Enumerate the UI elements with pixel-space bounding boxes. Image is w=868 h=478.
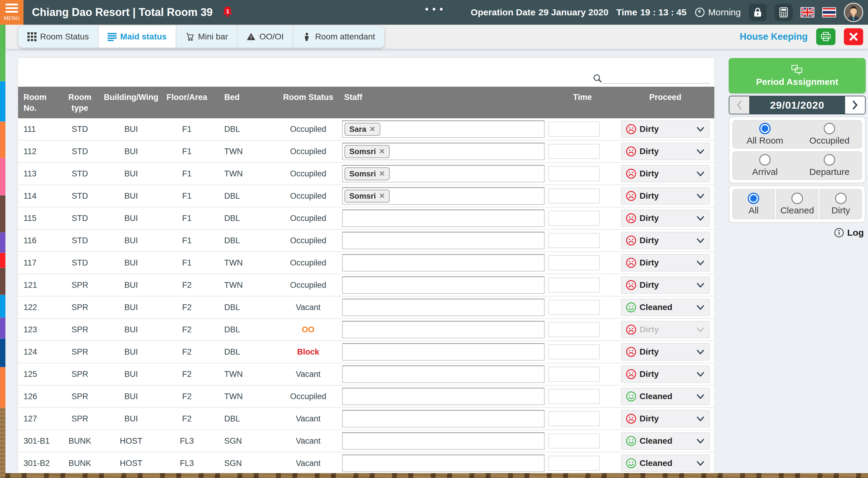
proceed-dropdown[interactable]: Dirty (621, 232, 710, 249)
next-day-button[interactable] (845, 96, 865, 114)
time-input[interactable] (549, 389, 600, 404)
staff-chip[interactable]: Sara✕ (344, 123, 380, 136)
tab-room-status[interactable]: Room Status (19, 26, 98, 47)
radio-unselected[interactable] (835, 193, 846, 204)
proceed-dropdown[interactable]: Dirty (621, 410, 710, 428)
filter-all[interactable]: All (733, 189, 775, 219)
radio-unselected[interactable] (759, 154, 771, 166)
filter-dirty[interactable]: Dirty (820, 189, 862, 219)
staff-input[interactable] (342, 299, 545, 316)
time-input[interactable] (549, 456, 600, 471)
staff-input[interactable] (342, 432, 545, 450)
calculator-button[interactable] (775, 4, 793, 21)
proceed-dropdown[interactable]: Dirty (621, 165, 710, 182)
proceed-dropdown[interactable]: Dirty (621, 343, 710, 361)
close-button[interactable] (844, 28, 863, 45)
staff-input[interactable] (342, 209, 545, 227)
staff-chip[interactable]: Somsri✕ (344, 190, 390, 203)
proceed-dropdown[interactable]: Cleaned (621, 432, 710, 450)
lock-button[interactable] (749, 4, 767, 21)
staff-input[interactable]: Somsri✕ (342, 143, 545, 160)
list-icon (107, 32, 117, 41)
staff-input[interactable] (342, 276, 545, 294)
proceed-dropdown[interactable]: Dirty (621, 366, 710, 383)
radio-selected[interactable] (759, 123, 771, 134)
time-input[interactable] (549, 367, 600, 382)
time-input[interactable] (549, 322, 600, 337)
time-input[interactable] (549, 211, 600, 226)
thai-flag-icon[interactable] (822, 7, 836, 18)
notification-bell[interactable]: 1 (220, 5, 235, 20)
time-input[interactable] (549, 189, 600, 203)
time-input[interactable] (549, 411, 600, 426)
time-input[interactable] (549, 344, 600, 360)
radio-unselected[interactable] (824, 154, 835, 166)
filter-departure[interactable]: Departure (797, 152, 862, 179)
filter-occupiled[interactable]: Occupiled (797, 121, 862, 148)
proceed-dropdown[interactable]: Dirty (621, 187, 710, 205)
tab-oo-oi[interactable]: OO/OI (238, 26, 293, 47)
tab-mini-bar[interactable]: Mini bar (176, 26, 238, 47)
proceed-dropdown[interactable]: Cleaned (621, 388, 710, 405)
table-row-301-B2: 301-B2BUNKHOSTFL3SGNVacantCleaned (18, 452, 714, 473)
cell-proceed: Dirty (616, 121, 714, 138)
staff-input[interactable] (342, 388, 545, 405)
time-input[interactable] (549, 166, 600, 181)
time-input[interactable] (549, 277, 600, 293)
proceed-dropdown[interactable]: Dirty (621, 121, 710, 138)
staff-input[interactable]: Somsri✕ (342, 165, 545, 182)
staff-input[interactable] (342, 366, 545, 383)
print-button[interactable] (816, 28, 835, 45)
time-input[interactable] (549, 255, 600, 270)
filter-label: Cleaned (780, 205, 814, 215)
time-input[interactable] (549, 434, 600, 448)
cell-time (549, 189, 616, 203)
remove-staff-icon[interactable]: ✕ (379, 169, 385, 178)
tab-room-attendant[interactable]: Room attendant (293, 26, 384, 47)
radio-unselected[interactable] (792, 193, 803, 204)
remove-staff-icon[interactable]: ✕ (369, 125, 375, 133)
period-assignment-button[interactable]: Period Assignment (729, 58, 866, 93)
staff-input[interactable] (342, 254, 545, 272)
staff-input[interactable]: Sara✕ (342, 121, 545, 138)
previous-day-button[interactable] (730, 96, 749, 114)
proceed-dropdown[interactable]: Dirty (621, 143, 710, 160)
menu-button[interactable]: MENU (0, 0, 24, 25)
proceed-dropdown[interactable]: Dirty (621, 276, 710, 294)
staff-chip[interactable]: Somsri✕ (344, 167, 390, 180)
radio-selected[interactable] (748, 193, 759, 204)
log-label: Log (847, 228, 864, 238)
proceed-dropdown[interactable]: Dirty (621, 209, 710, 227)
uk-flag-icon[interactable] (801, 7, 814, 18)
filter-cleaned[interactable]: Cleaned (776, 189, 818, 219)
search-icon[interactable] (592, 73, 602, 83)
staff-input[interactable] (342, 343, 545, 361)
filter-arrival[interactable]: Arrival (733, 152, 797, 179)
proceed-dropdown[interactable]: Cleaned (621, 454, 710, 472)
log-button[interactable]: Log (729, 228, 866, 238)
filter-all-room[interactable]: All Room (733, 121, 797, 148)
cell-building: BUI (99, 236, 163, 245)
radio-unselected[interactable] (824, 123, 835, 134)
proceed-dropdown[interactable]: Cleaned (621, 299, 710, 316)
remove-staff-icon[interactable]: ✕ (379, 147, 385, 156)
staff-input[interactable] (342, 410, 545, 428)
staff-input[interactable]: Somsri✕ (342, 187, 545, 205)
cell-proceed: Cleaned (616, 299, 714, 316)
time-input[interactable] (549, 233, 600, 248)
proceed-dropdown[interactable]: Dirty (621, 254, 710, 272)
tab-maid-status[interactable]: Maid status (98, 26, 176, 47)
staff-input[interactable] (342, 454, 545, 472)
time-input[interactable] (549, 122, 600, 137)
staff-input[interactable] (342, 321, 545, 338)
user-avatar[interactable] (844, 3, 863, 22)
time-input[interactable] (549, 300, 600, 315)
remove-staff-icon[interactable]: ✕ (379, 192, 385, 200)
staff-input[interactable] (342, 232, 545, 249)
cell-bed: DBL (211, 414, 276, 423)
status-filter-row: AllCleanedDirty (733, 189, 862, 219)
time-input[interactable] (549, 144, 600, 159)
more-options-icon[interactable] (426, 8, 443, 10)
search-input[interactable] (602, 71, 710, 84)
staff-chip[interactable]: Somsri✕ (344, 145, 390, 158)
